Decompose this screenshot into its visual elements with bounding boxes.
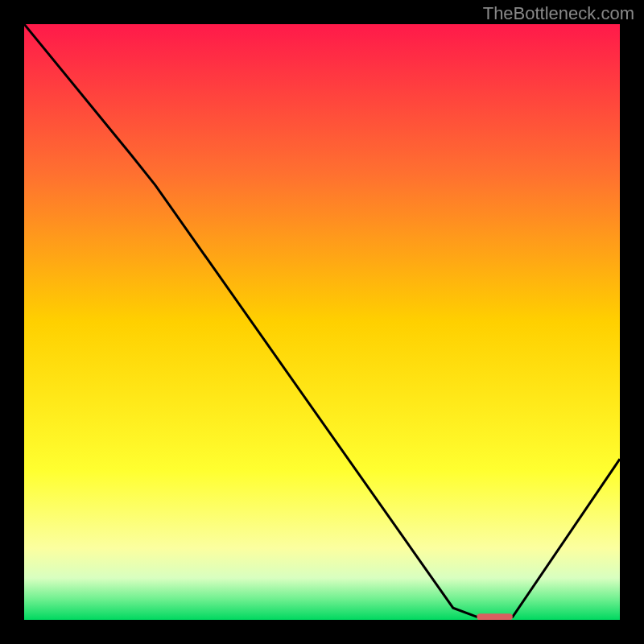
gradient-background (24, 24, 620, 620)
watermark-text: TheBottleneck.com (483, 3, 634, 24)
chart-plot (24, 24, 620, 620)
marker-segment (477, 613, 512, 620)
